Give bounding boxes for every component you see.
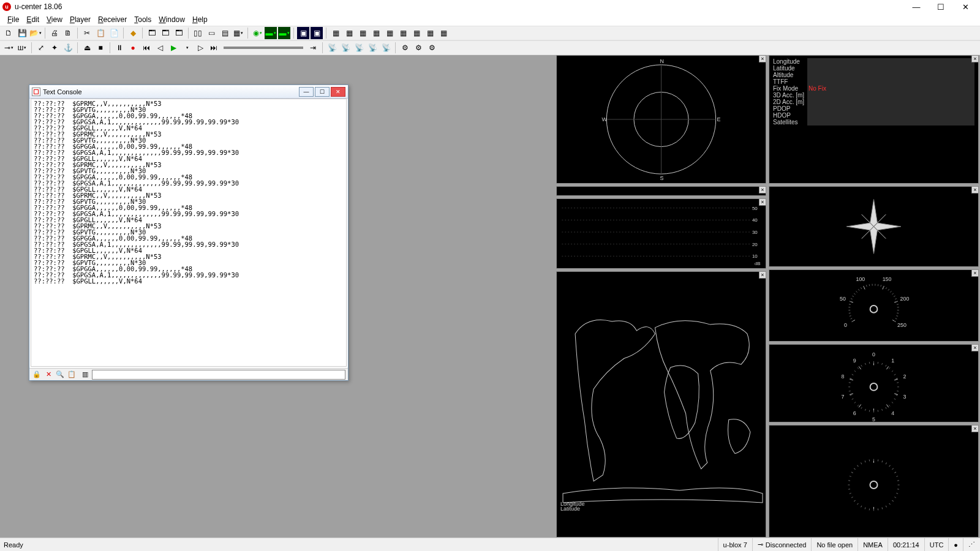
sat5-icon[interactable]: 📡 (380, 42, 392, 54)
sat4-icon[interactable]: 📡 (366, 42, 379, 54)
position-slider[interactable] (224, 47, 303, 49)
filter2-icon[interactable]: 📋 (67, 370, 77, 380)
svg-line-106 (858, 405, 859, 406)
view2-icon[interactable]: ▬ (265, 27, 277, 39)
dock2-icon[interactable]: ▣ (311, 27, 323, 39)
p6-icon[interactable]: ▦ (397, 27, 409, 39)
text-console-window: Text Console — ☐ ✕ ??:??:?? $GPRMC,,V,,,… (29, 84, 349, 381)
info-value (807, 105, 974, 112)
p3-icon[interactable]: ▦ (356, 27, 369, 39)
speed-icon[interactable] (181, 42, 193, 54)
svg-line-69 (896, 316, 898, 317)
panel-close-icon[interactable]: × (971, 344, 979, 351)
close-button[interactable]: ✕ (953, 0, 978, 13)
pause-icon[interactable]: ⏸ (113, 42, 126, 54)
msg3-icon[interactable]: 🗔 (173, 27, 185, 39)
console-maximize-button[interactable]: ☐ (315, 87, 330, 97)
tool-icon[interactable]: ◆ (127, 27, 139, 39)
dock1-icon[interactable]: ▣ (297, 27, 309, 39)
sat3-icon[interactable]: 📡 (353, 42, 365, 54)
save-icon[interactable]: 💾 (16, 27, 28, 39)
prev-icon[interactable]: ◁ (154, 42, 166, 54)
svg-line-99 (886, 407, 886, 409)
menu-player[interactable]: Player (66, 14, 94, 25)
sat2-icon[interactable]: 📡 (339, 42, 352, 54)
gear3-icon[interactable]: ⚙ (426, 42, 438, 54)
layout3-icon[interactable]: ▤ (219, 27, 231, 39)
baud-icon[interactable]: ш (16, 42, 28, 54)
connect-icon[interactable]: ⊸ (2, 42, 15, 54)
new-icon[interactable]: 🗋 (2, 27, 15, 39)
p5-icon[interactable]: ▦ (383, 27, 396, 39)
panel-close-icon[interactable]: × (971, 55, 979, 62)
zoom-icon[interactable]: ⤢ (35, 42, 47, 54)
p1-icon[interactable]: ▦ (330, 27, 342, 39)
panel-close-icon[interactable]: × (759, 198, 766, 206)
svg-line-136 (892, 500, 893, 501)
menu-file[interactable]: File (4, 14, 23, 25)
panel-close-icon[interactable]: × (759, 271, 766, 279)
svg-line-155 (857, 465, 858, 467)
filter1-icon[interactable]: 🔍 (55, 370, 65, 380)
anchor-icon[interactable]: ⚓ (62, 42, 74, 54)
p2-icon[interactable]: ▦ (343, 27, 355, 39)
msg2-icon[interactable]: 🗔 (159, 27, 172, 39)
cut-icon[interactable]: ✂ (81, 27, 93, 39)
minimize-button[interactable]: — (904, 0, 929, 13)
p8-icon[interactable]: ▦ (424, 27, 436, 39)
layout2-icon[interactable]: ▭ (205, 27, 217, 39)
p4-icon[interactable]: ▦ (370, 27, 382, 39)
info-value (807, 72, 974, 78)
clear-icon[interactable]: ✕ (43, 370, 53, 380)
end-icon[interactable]: ⇥ (307, 42, 319, 54)
target-icon[interactable]: ✦ (48, 42, 61, 54)
lock-icon[interactable]: 🔒 (32, 370, 42, 380)
p7-icon[interactable]: ▦ (410, 27, 423, 39)
svg-line-77 (894, 379, 898, 380)
menu-view[interactable]: View (43, 14, 66, 25)
p9-icon[interactable]: ▦ (437, 27, 450, 39)
panel-close-icon[interactable]: × (971, 425, 979, 432)
menu-window[interactable]: Window (155, 14, 189, 25)
console-input[interactable] (92, 370, 345, 380)
print-icon[interactable]: 🖨 (48, 27, 61, 39)
gear1-icon[interactable]: ⚙ (399, 42, 411, 54)
record-icon[interactable]: ● (127, 42, 139, 54)
msg1-icon[interactable]: 🗔 (146, 27, 158, 39)
info-value (807, 119, 974, 126)
console-minimize-button[interactable]: — (299, 87, 314, 97)
resize-grip[interactable]: ⋰ (963, 538, 980, 552)
layout4-icon[interactable]: ▦ (232, 27, 244, 39)
panel-close-icon[interactable]: × (971, 186, 979, 193)
next-icon[interactable]: ▷ (194, 42, 206, 54)
menu-receiver[interactable]: Receiver (94, 14, 130, 25)
view3-icon[interactable]: ▬ (278, 27, 290, 39)
gear2-icon[interactable]: ⚙ (412, 42, 424, 54)
console-titlebar[interactable]: Text Console — ☐ ✕ (29, 85, 348, 99)
layout1-icon[interactable]: ▯▯ (192, 27, 204, 39)
menu-edit[interactable]: Edit (23, 14, 43, 25)
svg-line-165 (894, 472, 896, 473)
stop-icon[interactable]: ■ (94, 42, 107, 54)
step-back-icon[interactable]: ⏮ (140, 42, 153, 54)
copy-icon[interactable]: 📋 (94, 27, 107, 39)
panel-close-icon[interactable]: × (759, 186, 766, 193)
menu-tools[interactable]: Tools (130, 14, 155, 25)
play-icon[interactable]: ▶ (167, 42, 179, 54)
print-preview-icon[interactable]: 🗎 (62, 27, 74, 39)
console-close-button[interactable]: ✕ (331, 87, 345, 97)
menu-help[interactable]: Help (189, 14, 211, 25)
svg-line-100 (882, 409, 883, 411)
sat1-icon[interactable]: 📡 (326, 42, 338, 54)
panel-close-icon[interactable]: × (759, 55, 766, 62)
view1-icon[interactable]: ◉ (251, 27, 263, 39)
step-fwd-icon[interactable]: ⏭ (208, 42, 220, 54)
panel-close-icon[interactable]: × (971, 269, 979, 277)
svg-line-87 (850, 394, 853, 395)
cols-icon[interactable]: ▥ (80, 370, 90, 380)
svg-line-37 (851, 318, 853, 319)
paste-icon[interactable]: 📄 (108, 27, 120, 39)
eject-icon[interactable]: ⏏ (81, 42, 93, 54)
maximize-button[interactable]: ☐ (929, 0, 953, 13)
open-icon[interactable]: 📂 (29, 27, 42, 39)
